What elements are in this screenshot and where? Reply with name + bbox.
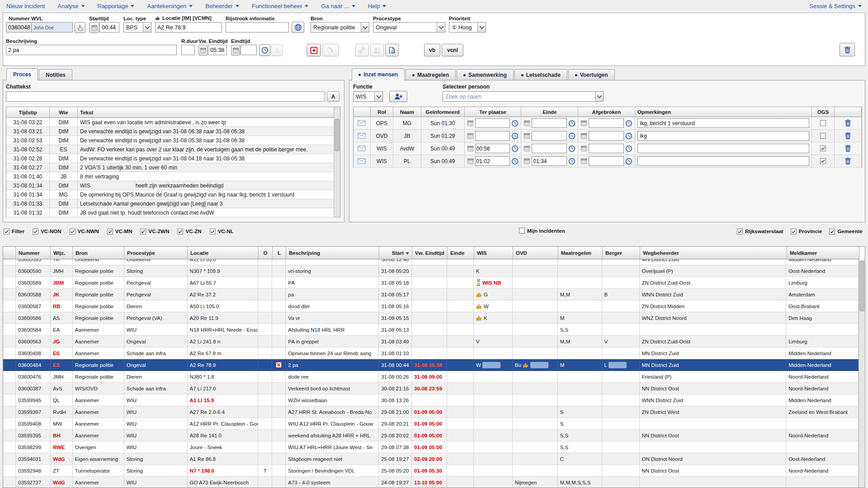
filter-checkbox-vc-nwn[interactable]: VC-NWN: [70, 229, 99, 235]
clock-button[interactable]: [511, 145, 519, 152]
menu-item-analyse[interactable]: Analyse: [57, 3, 85, 9]
filter-checkbox-filter[interactable]: Filter: [4, 229, 24, 235]
functie-select[interactable]: WIS: [353, 91, 383, 102]
people-button-disabled[interactable]: [370, 44, 384, 56]
incident-row-03598299[interactable]: 03598299RWEOverigenWIUJoure - SneekWIU A…: [3, 441, 859, 453]
calendar-button[interactable]: [467, 132, 474, 139]
einde-input[interactable]: [532, 144, 567, 153]
inzet-row[interactable]: OVDJBSun 01:29Ikg: [354, 130, 862, 142]
incident-row-03600563[interactable]: 03600563JGAannemerOngevalA2 Li 241.8 nPA…: [3, 336, 859, 347]
chat-row[interactable]: 31-08 01:40JB8 min vertraging: [6, 172, 340, 181]
locatie-field[interactable]: [155, 22, 222, 33]
filter-checkbox-provincie[interactable]: Provincie: [791, 229, 822, 235]
hand-pointer-button[interactable]: [75, 22, 85, 33]
chat-row[interactable]: 31-08 02:53DtMDe verwachte eindtijd is g…: [6, 136, 340, 145]
clock-button[interactable]: [625, 132, 632, 140]
incidents-header-wegbeheerder[interactable]: Wegbeheerder: [640, 247, 787, 259]
calendar-button[interactable]: [524, 158, 530, 164]
ter-plaatse-input[interactable]: 01:02: [475, 156, 510, 166]
incidents-scrollbar[interactable]: [859, 259, 865, 488]
incident-row-03600584[interactable]: 03600584EAAannemerWIUN18 HRR+HRL Neede -…: [3, 324, 859, 336]
afgebroken-input[interactable]: [589, 131, 624, 141]
filter-checkbox-mijn-incidenten[interactable]: Mijn incidenten: [519, 228, 565, 234]
incident-row-03600498[interactable]: 03600498ESAannemerSchade aan infraA2 Re …: [3, 347, 859, 359]
delete-incident-button[interactable]: [840, 43, 855, 56]
envelope-button[interactable]: [358, 145, 366, 151]
incident-row-03600476[interactable]: 03600476JMHRegionale politieDierenN380 *…: [3, 371, 859, 383]
chat-row[interactable]: 31-08 02:52ESAvdW: FO verkeer kan pas ov…: [6, 145, 340, 154]
chat-row[interactable]: 31-08 01:32DtMJB ovd gaat niet tp, houdt…: [6, 208, 340, 217]
tab-proces[interactable]: Proces: [6, 68, 38, 80]
incident-row-03592737[interactable]: 03592737WdGAannemerWIUGO A73 Ewijk-Neerb…: [3, 477, 859, 488]
afgebroken-input[interactable]: [589, 156, 624, 166]
tab-right-voertuigen[interactable]: Voertuigen: [568, 69, 615, 80]
persoon-combobox[interactable]: Zoek op naam: [443, 91, 604, 102]
incidents-header-vw-eindtijd[interactable]: Vw. Eindtijd: [412, 247, 448, 259]
prioriteit-select[interactable]: ① Hoog: [449, 22, 486, 33]
vw-eindtijd-field[interactable]: [208, 45, 227, 55]
chattekst-input[interactable]: [6, 91, 325, 102]
incidents-header-procestype[interactable]: Procestype: [124, 247, 188, 259]
filter-checkbox-rijkswaterstaat[interactable]: Rijkswaterstaat: [737, 229, 783, 235]
incident-row-03600587[interactable]: 03600587RBRegionale politieDierenA50 Li …: [3, 300, 859, 312]
globe-button[interactable]: [292, 22, 304, 33]
filter-checkbox-vc-mn[interactable]: VC-MN: [107, 229, 132, 235]
calendar-button[interactable]: [580, 132, 587, 139]
incident-row-03600484[interactable]: 03600484ESRegionale politieOngevalA2 Re …: [3, 359, 859, 371]
calendar-button[interactable]: [524, 145, 530, 152]
menu-item-rapportage[interactable]: Rapportage: [98, 3, 135, 9]
calendar-button[interactable]: [580, 145, 587, 152]
ogs-checkbox[interactable]: [820, 133, 826, 139]
clock-button[interactable]: [625, 145, 632, 152]
ogs-checkbox[interactable]: [820, 158, 826, 164]
loc-type-select[interactable]: BPS: [123, 22, 151, 33]
einde-input[interactable]: [532, 131, 567, 141]
filter-checkbox-vc-non[interactable]: VC-NON: [33, 229, 61, 235]
incidents-header-bron[interactable]: Bron: [73, 247, 124, 259]
opmerkingen-input[interactable]: Ikg: [637, 131, 809, 141]
starttijd-field[interactable]: [99, 22, 119, 33]
tab-right-inzet-mensen[interactable]: Inzet mensen: [352, 68, 405, 80]
add-person-button[interactable]: [389, 91, 407, 102]
starttijd-calendar-button[interactable]: [89, 22, 99, 33]
tab-right-letselschade[interactable]: Letselschade: [514, 69, 567, 80]
opmerkingen-input[interactable]: [637, 156, 809, 166]
calendar-button[interactable]: [467, 120, 474, 127]
wvl-field[interactable]: [31, 22, 73, 33]
menu-item-nieuw-incident[interactable]: Nieuw Incident: [6, 3, 45, 9]
forward-button-disabled[interactable]: [322, 44, 339, 56]
chat-scrollbar[interactable]: [334, 107, 340, 217]
incident-row-03600586[interactable]: 03600586ASRegionale politiePechgeval (VA…: [3, 312, 859, 324]
menu-item-ga-naar-[interactable]: Ga naar ...: [321, 3, 355, 9]
clock-button[interactable]: [568, 132, 576, 140]
incident-row-03600387[interactable]: 03600387AvSWIS/OVDSchade aan infraA7 Li …: [3, 383, 859, 394]
tab-right-samenwerking[interactable]: Samenwerking: [457, 69, 514, 80]
clock-button[interactable]: [511, 132, 519, 140]
incidents-header-nummer[interactable]: Nummer: [16, 247, 51, 259]
ter-plaatse-input[interactable]: 00:56: [475, 144, 510, 153]
clock-button[interactable]: [568, 158, 576, 165]
menu-item-aantekeningen[interactable]: Aantekeningen: [147, 3, 193, 9]
chat-row[interactable]: 31-08 01:34DtMWIS heeft zijn werkzaamhed…: [6, 181, 340, 190]
calendar-button[interactable]: [580, 158, 587, 164]
incidents-header-einde[interactable]: Einde: [448, 247, 474, 259]
rijstrook-field[interactable]: [226, 22, 289, 33]
inzet-row[interactable]: WISPLSun 00:4901:0201:34: [354, 155, 862, 168]
clock-button[interactable]: [568, 120, 576, 127]
inzet-row[interactable]: WISAvdWSun 00:4900:56: [354, 142, 862, 155]
link-button-disabled[interactable]: [355, 44, 369, 56]
calendar-button[interactable]: [524, 132, 530, 139]
trash-button[interactable]: [844, 132, 851, 140]
einde-input[interactable]: 01:34: [532, 156, 567, 166]
incident-row-03599945[interactable]: 03599945QLAannemerWIUA1 Li 15.9WZH wisse…: [3, 394, 859, 406]
document-report-button[interactable]: [385, 44, 399, 56]
calendar-button[interactable]: [467, 158, 474, 164]
incident-row-03600590[interactable]: 03600590JMHRegionale politieStoringN307 …: [3, 265, 859, 277]
incidents-header-locatie[interactable]: Locatie: [188, 247, 259, 259]
chat-row[interactable]: 31-08 01:33DtMLetselschade Aantal gewond…: [6, 199, 340, 208]
ogs-checkbox[interactable]: [820, 145, 826, 151]
scrollbar-thumb[interactable]: [335, 119, 340, 151]
incident-row-03599397[interactable]: 03599397RvdHAannemerWIUA27 Re 2.0-6.4A27…: [3, 406, 859, 418]
incident-row-03599408[interactable]: 03599408MWAannemerWIUA12 HRR Pr. Clauspl…: [3, 418, 859, 430]
eindtijd-clock-button[interactable]: [259, 44, 270, 56]
